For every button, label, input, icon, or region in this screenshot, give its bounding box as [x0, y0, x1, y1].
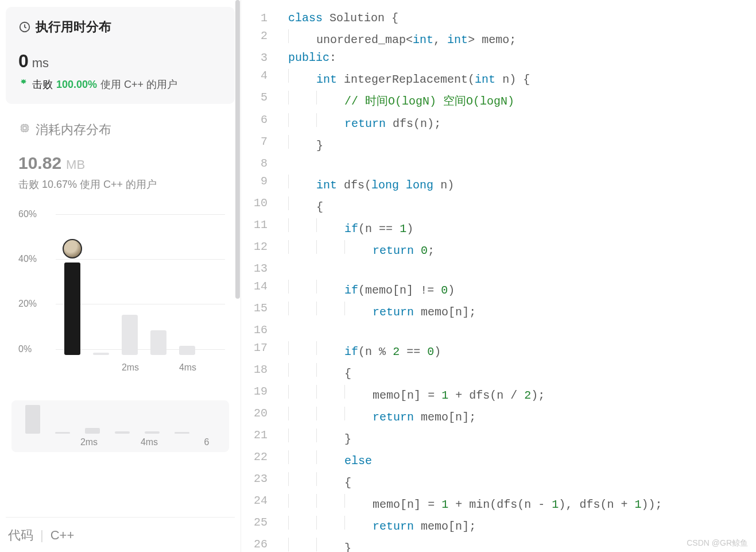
mini-xtick: 4ms	[141, 437, 158, 447]
code-content[interactable]	[278, 260, 662, 277]
chart-bar[interactable]	[179, 346, 195, 355]
code-content[interactable]: return dfs(n);	[278, 111, 662, 133]
line-number: 8	[241, 155, 278, 172]
code-content[interactable]: return memo[n];	[278, 299, 662, 321]
code-line[interactable]: 25 return memo[n];	[241, 514, 662, 535]
memory-value-unit: MB	[66, 157, 85, 172]
code-content[interactable]: else	[278, 448, 662, 470]
chart-bar[interactable]	[64, 263, 80, 355]
scrollbar-thumb[interactable]	[235, 0, 240, 299]
scrollbar-track[interactable]	[235, 0, 241, 529]
line-number: 13	[241, 260, 278, 277]
code-line[interactable]: 2 unordered_map<int, int> memo;	[241, 27, 662, 49]
code-content[interactable]: unordered_map<int, int> memo;	[278, 27, 662, 49]
code-line[interactable]: 22 else	[241, 448, 662, 470]
chart-bar[interactable]	[150, 330, 166, 355]
code-content[interactable]: public:	[278, 49, 662, 67]
stats-sidebar: 执行用时分布 0 ms 击败 100.00% 使用 C++ 的用户 消耗内存分布…	[0, 0, 241, 552]
code-content[interactable]: }	[278, 426, 662, 448]
bottom-lang-label[interactable]: C++	[51, 528, 75, 543]
bottom-bar: 代码 | C++	[6, 517, 235, 552]
code-content[interactable]: return memo[n];	[278, 404, 662, 426]
code-line[interactable]: 11 if(n == 1)	[241, 216, 662, 238]
code-content[interactable]: return 0;	[278, 238, 662, 260]
clock-icon	[18, 21, 31, 33]
beat-suffix: 使用 C++ 的用户	[100, 78, 177, 91]
code-content[interactable]: int integerReplacement(int n) {	[278, 67, 662, 88]
code-content[interactable]: if(n % 2 == 0)	[278, 339, 662, 361]
code-line[interactable]: 20 return memo[n];	[241, 404, 662, 426]
code-content[interactable]: {	[278, 194, 662, 216]
code-editor[interactable]: 1class Solution {2 unordered_map<int, in…	[241, 0, 756, 552]
code-line[interactable]: 21 }	[241, 426, 662, 448]
beat-percent: 100.00%	[56, 79, 97, 91]
bottom-code-label[interactable]: 代码	[8, 527, 33, 544]
line-number: 6	[241, 111, 278, 133]
code-line[interactable]: 8	[241, 155, 662, 172]
line-number: 4	[241, 67, 278, 88]
runtime-chart[interactable]: 60% 40% 20% 0% 2ms 4ms	[6, 203, 235, 398]
code-content[interactable]: // 时间O(logN) 空间O(logN)	[278, 88, 662, 111]
mini-chart-bar[interactable]	[55, 432, 70, 434]
code-content[interactable]: if(memo[n] != 0)	[278, 277, 662, 299]
code-line[interactable]: 15 return memo[n];	[241, 299, 662, 321]
code-content[interactable]: if(n == 1)	[278, 216, 662, 238]
runtime-beat-row: 击败 100.00% 使用 C++ 的用户	[18, 78, 222, 91]
code-line[interactable]: 18 {	[241, 361, 662, 383]
mini-chart-bar[interactable]	[175, 432, 189, 434]
svg-rect-1	[22, 125, 28, 132]
mini-chart-bar[interactable]	[85, 428, 100, 434]
code-content[interactable]: }	[278, 133, 662, 155]
code-content[interactable]: int dfs(long long n)	[278, 172, 662, 194]
chart-bar[interactable]	[93, 353, 109, 355]
runtime-title-text: 执行用时分布	[36, 18, 111, 36]
code-line[interactable]: 6 return dfs(n);	[241, 111, 662, 133]
line-number: 24	[241, 492, 278, 514]
code-line[interactable]: 26 }	[241, 535, 662, 552]
memory-value-num: 10.82	[18, 153, 61, 173]
code-line[interactable]: 17 if(n % 2 == 0)	[241, 339, 662, 361]
code-line[interactable]: 23 {	[241, 470, 662, 492]
runtime-card[interactable]: 执行用时分布 0 ms 击败 100.00% 使用 C++ 的用户	[6, 7, 235, 104]
code-line[interactable]: 3public:	[241, 49, 662, 67]
memory-card[interactable]: 消耗内存分布 10.82 MB 击败 10.67% 使用 C++ 的用户	[6, 121, 235, 191]
mini-chart-bar[interactable]	[25, 405, 40, 434]
code-line[interactable]: 12 return 0;	[241, 238, 662, 260]
code-content[interactable]	[278, 155, 662, 172]
line-number: 11	[241, 216, 278, 238]
ytick: 20%	[18, 299, 37, 309]
code-content[interactable]	[278, 321, 662, 339]
code-content[interactable]: {	[278, 361, 662, 383]
line-number: 18	[241, 361, 278, 383]
code-line[interactable]: 10 {	[241, 194, 662, 216]
line-number: 25	[241, 514, 278, 535]
line-number: 9	[241, 172, 278, 194]
code-content[interactable]: }	[278, 535, 662, 552]
code-content[interactable]: memo[n] = 1 + dfs(n / 2);	[278, 383, 662, 404]
xtick: 2ms	[122, 362, 139, 373]
mini-chart-bar[interactable]	[145, 431, 160, 434]
code-line[interactable]: 14 if(memo[n] != 0)	[241, 277, 662, 299]
code-line[interactable]: 13	[241, 260, 662, 277]
code-line[interactable]: 5 // 时间O(logN) 空间O(logN)	[241, 88, 662, 111]
code-content[interactable]: memo[n] = 1 + min(dfs(n - 1), dfs(n + 1)…	[278, 492, 662, 514]
mini-chart[interactable]: 2ms 4ms 6	[11, 400, 229, 452]
mini-chart-bar[interactable]	[115, 431, 130, 434]
code-line[interactable]: 24 memo[n] = 1 + min(dfs(n - 1), dfs(n +…	[241, 492, 662, 514]
line-number: 22	[241, 448, 278, 470]
runtime-card-title: 执行用时分布	[18, 18, 222, 36]
code-line[interactable]: 4 int integerReplacement(int n) {	[241, 67, 662, 88]
code-line[interactable]: 19 memo[n] = 1 + dfs(n / 2);	[241, 383, 662, 404]
chip-icon	[18, 122, 31, 138]
chart-bar[interactable]	[122, 315, 138, 356]
code-line[interactable]: 16	[241, 321, 662, 339]
code-content[interactable]: class Solution {	[278, 9, 662, 27]
code-content[interactable]: {	[278, 470, 662, 492]
code-line[interactable]: 7 }	[241, 133, 662, 155]
code-content[interactable]: return memo[n];	[278, 514, 662, 535]
line-number: 1	[241, 9, 278, 27]
mini-xtick: 6	[204, 437, 210, 447]
avatar[interactable]	[63, 239, 82, 258]
code-line[interactable]: 9 int dfs(long long n)	[241, 172, 662, 194]
code-line[interactable]: 1class Solution {	[241, 9, 662, 27]
